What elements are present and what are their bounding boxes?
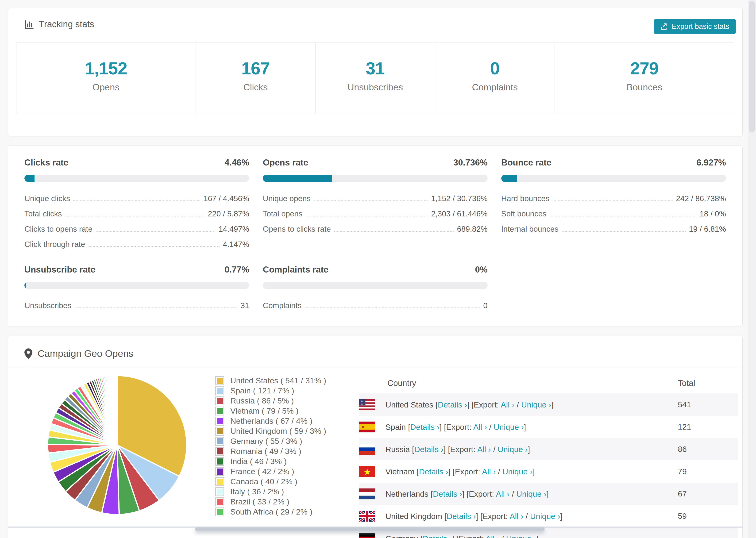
export-all-link[interactable]: All › <box>477 445 491 454</box>
legend-label: United States ( 541 / 31% ) <box>230 376 326 385</box>
legend-label: Russia ( 86 / 5% ) <box>230 396 294 405</box>
row-links: [Details ›] [Export: All › / Unique ›] <box>436 400 554 409</box>
stat-line-value: 2,303 / 61.446% <box>431 209 487 218</box>
export-basic-stats-button[interactable]: Export basic stats <box>654 19 736 34</box>
export-unique-link[interactable]: Unique › <box>516 489 547 498</box>
flag-nl-icon <box>359 488 375 499</box>
export-unique-link[interactable]: Unique › <box>530 511 561 520</box>
stat-line: Clicks to opens rate 14.497% <box>25 225 249 234</box>
export-icon <box>661 23 669 30</box>
stat-line-value: 1,152 / 30.736% <box>431 194 487 203</box>
vertical-scrollbar-thumb[interactable] <box>749 1 755 133</box>
rate-title: Complaints rate <box>263 265 328 275</box>
country-total: 67 <box>678 483 738 505</box>
stat-cell: 31 Unsubscribes <box>315 42 435 114</box>
rate-rows: Complaints 0 <box>263 301 487 310</box>
rate-head: Clicks rate 4.46% <box>25 158 249 168</box>
map-pin-icon <box>25 348 32 359</box>
country-total: 86 <box>678 438 738 460</box>
row-links: [Details ›] [Export: All › / Unique ›] <box>431 489 549 498</box>
country-total <box>678 527 738 538</box>
stat-cell: 0 Complaints <box>435 42 555 114</box>
details-link[interactable]: Details › <box>447 511 476 520</box>
rate-head: Unsubscribe rate 0.77% <box>25 265 249 275</box>
dotted-leader <box>96 231 215 232</box>
export-all-link[interactable]: All › <box>501 400 514 409</box>
stat-line: Opens to clicks rate 689.82% <box>263 225 487 234</box>
stat-cell: 279 Bounces <box>555 42 734 114</box>
export-unique-link[interactable]: Unique › <box>521 400 552 409</box>
legend-item: Brazil ( 33 / 2% ) <box>215 497 326 507</box>
legend-item: France ( 42 / 2% ) <box>215 466 326 476</box>
progress-bar-fill <box>25 282 26 289</box>
dotted-leader <box>305 307 480 308</box>
export-unique-link[interactable]: Unique › <box>506 534 536 538</box>
export-all-link[interactable]: All › <box>496 489 510 498</box>
export-unique-link[interactable]: Unique › <box>498 445 528 454</box>
dotted-leader <box>562 231 686 232</box>
tracking-stats-card: Tracking stats Export basic stats 1,152 … <box>8 8 743 136</box>
stat-line-label: Hard bounces <box>501 194 549 203</box>
stat-line: Unsubscribes 31 <box>25 301 249 310</box>
details-link[interactable]: Details › <box>423 534 452 538</box>
flag-ru-icon <box>359 444 375 455</box>
geo-table-body: United States [Details ›] [Export: All ›… <box>359 394 738 538</box>
dotted-leader <box>550 216 696 216</box>
row-links: [Details ›] [Export: All › / Unique ›] <box>445 511 563 520</box>
table-row: Spain [Details ›] [Export: All › / Uniqu… <box>359 416 738 438</box>
country-total: 121 <box>678 416 738 438</box>
export-all-link[interactable]: All › <box>510 511 523 520</box>
country-total: 79 <box>678 460 738 483</box>
flag-vn-icon <box>359 466 375 477</box>
dotted-leader <box>553 200 673 201</box>
pie-slice[interactable] <box>117 376 117 445</box>
legend-swatch-icon <box>215 508 224 516</box>
stat-cell: 1,152 Opens <box>17 42 195 114</box>
export-all-link[interactable]: All › <box>482 467 496 476</box>
table-row: United States [Details ›] [Export: All ›… <box>359 394 738 416</box>
legend-swatch-icon <box>215 487 224 496</box>
legend-label: Spain ( 121 / 7% ) <box>230 386 294 395</box>
tracking-stats-header: Tracking stats Export basic stats <box>8 8 742 29</box>
stat-line: Internal bounces 19 / 6.81% <box>501 225 726 234</box>
country-total: 59 <box>678 505 738 527</box>
details-link[interactable]: Details › <box>419 467 448 476</box>
legend-item: United States ( 541 / 31% ) <box>215 376 326 386</box>
details-link[interactable]: Details › <box>438 400 467 409</box>
stat-label: Unsubscribes <box>315 82 435 92</box>
country-cell: Netherlands [Details ›] [Export: All › /… <box>359 483 678 505</box>
stat-line-label: Unique opens <box>263 194 311 203</box>
rate-rows: Unsubscribes 31 <box>25 301 249 310</box>
rate-head: Bounce rate 6.927% <box>501 158 726 168</box>
stat-label: Opens <box>17 82 195 92</box>
details-link[interactable]: Details › <box>433 489 462 498</box>
details-link[interactable]: Details › <box>410 422 440 431</box>
flag-es-icon <box>359 422 375 432</box>
campaign-geo-opens-card: Campaign Geo Opens United States ( 541 /… <box>8 336 743 538</box>
progress-bar-fill <box>501 175 517 182</box>
legend-swatch-icon <box>215 427 224 436</box>
geo-title: Campaign Geo Opens <box>37 348 134 359</box>
country-cell: Spain [Details ›] [Export: All › / Uniqu… <box>359 416 678 438</box>
legend-item: Italy ( 36 / 2% ) <box>215 487 326 497</box>
stat-value: 31 <box>315 58 435 79</box>
page: Tracking stats Export basic stats 1,152 … <box>8 8 743 538</box>
rate-block: Bounce rate 6.927% Hard bounces 242 / 86… <box>501 158 726 249</box>
flag-us-icon <box>359 399 375 410</box>
details-link[interactable]: Details › <box>414 445 444 454</box>
row-links: [Details ›] [Export: All › / Unique ›] <box>408 422 526 431</box>
stat-line-value: 18 / 0% <box>700 209 726 218</box>
legend-swatch-icon <box>215 477 224 486</box>
progress-bar-fill <box>25 175 34 182</box>
export-unique-link[interactable]: Unique › <box>494 422 524 431</box>
export-unique-link[interactable]: Unique › <box>503 467 533 476</box>
stat-line: Total clicks 220 / 5.87% <box>25 209 249 218</box>
dotted-leader <box>314 200 428 201</box>
geo-table-wrap: Country Total United States [Details ›] … <box>359 373 738 538</box>
stat-line-value: 167 / 4.456% <box>203 194 249 203</box>
export-all-link[interactable]: All › <box>486 534 500 538</box>
progress-bar-fill <box>263 175 332 182</box>
legend-label: South Africa ( 29 / 2% ) <box>230 507 312 516</box>
horizontal-scrollbar-thumb[interactable] <box>195 527 545 531</box>
export-all-link[interactable]: All › <box>473 422 487 431</box>
